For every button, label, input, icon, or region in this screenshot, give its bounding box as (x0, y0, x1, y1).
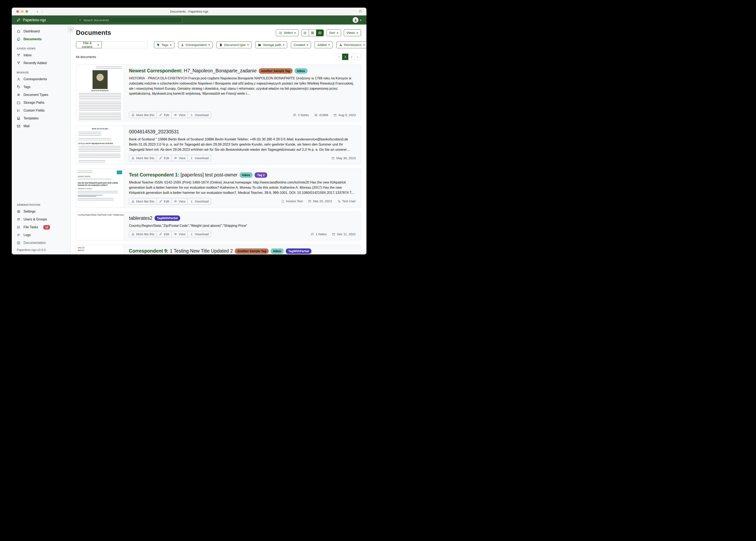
filter-text-input[interactable] (102, 41, 148, 48)
edit-button[interactable]: Edit (157, 155, 172, 161)
filter-document-type-button[interactable]: Document type (216, 41, 252, 48)
tag-badge[interactable]: Tag 2 (255, 172, 267, 178)
global-search[interactable] (77, 17, 182, 23)
filter-field-button[interactable]: Title & content (76, 41, 102, 48)
app-navbar: Paperless-ngx (12, 15, 366, 25)
filter-tags-button[interactable]: Tags (154, 41, 174, 48)
app-brand[interactable]: Paperless-ngx (12, 18, 71, 22)
document-correspondent-link[interactable]: Test Correspondent 1: (129, 172, 179, 178)
document-title-link[interactable]: tablerates2 (129, 216, 152, 221)
more-like-this-button[interactable]: More like this (129, 231, 157, 237)
pagination-page-1[interactable]: 1 (342, 54, 348, 60)
tag-badge[interactable]: Inbox (271, 249, 284, 254)
tag-badge[interactable]: TagWithPartial (155, 216, 180, 221)
document-type[interactable]: Invoice Test (281, 199, 303, 203)
document-title-link[interactable]: H7_Napoleon_Bonaparte_zadanie (184, 68, 257, 73)
more-like-this-button[interactable]: More like this (129, 112, 157, 118)
download-button[interactable]: Download (188, 112, 211, 118)
document-correspondent-link[interactable]: Correspondent 9: (129, 248, 169, 254)
sidebar-item-custom-fields[interactable]: Custom Fields (12, 107, 71, 114)
document-title-link[interactable]: 1 Testing New Title Updated 2 (170, 248, 233, 254)
document-correspondent-link[interactable]: Newest Correspondent: (129, 68, 182, 73)
edit-button[interactable]: Edit (157, 198, 172, 205)
view-toggle-detail[interactable] (316, 30, 324, 36)
sidebar-item-settings[interactable]: Settings (12, 208, 71, 216)
view-toggle-grid[interactable] (309, 30, 316, 36)
edit-button[interactable]: Edit (157, 112, 172, 118)
sidebar-item-users-groups[interactable]: Users & Groups (12, 216, 71, 223)
sidebar-item-logs[interactable]: Logs (12, 231, 71, 239)
view-button[interactable]: View (171, 155, 188, 161)
document-title-link[interactable]: 0004814539_20230531 (129, 129, 179, 135)
users-icon (17, 218, 20, 221)
zoom-window-button[interactable] (25, 10, 28, 13)
sidebar-item-recently-added[interactable]: Recently Added (12, 59, 71, 67)
sidebar-item-document-types[interactable]: Document Types (12, 91, 71, 99)
sort-button[interactable]: Sort (326, 30, 341, 36)
download-button[interactable]: Download (188, 231, 211, 237)
download-icon (190, 157, 193, 160)
document-thumbnail[interactable]: one,1.0five,5.0 (76, 245, 124, 255)
tag-badge[interactable]: TagWithPartial (286, 249, 311, 254)
views-button[interactable]: Views (344, 30, 361, 36)
barcode-icon (314, 113, 318, 117)
search-input[interactable] (83, 18, 180, 22)
sidebar-item-documentation[interactable]: Documentation (12, 239, 71, 247)
filter-permissions-button[interactable]: Permissions (336, 41, 366, 48)
edit-button[interactable]: Edit (157, 231, 172, 237)
document-actions: More like this Edit View Download (129, 155, 211, 161)
sidebar-item-mail[interactable]: Mail (12, 122, 71, 130)
chevron-down-icon (170, 45, 172, 46)
download-button[interactable]: Download (188, 155, 211, 161)
tag-badge[interactable]: Inbox (295, 68, 308, 74)
notes-count[interactable]: 2 Notes (293, 113, 309, 117)
view-button[interactable]: View (171, 112, 188, 118)
person-lock-icon (339, 43, 342, 47)
document-thumbnail[interactable]: BANK OF SCOTLAND 2,0 % p. a. auf Ihr Tag… (76, 126, 124, 164)
question-circle-icon (17, 241, 20, 245)
pagination-next[interactable]: » (354, 54, 361, 60)
more-like-this-icon (131, 157, 135, 160)
sidebar-item-tags[interactable]: Tags (12, 83, 71, 91)
tag-badge[interactable]: Another Sample Tag (259, 68, 293, 74)
app-version: Paperless-ngx v2.0.0 (12, 247, 71, 255)
view-toggle-table[interactable] (301, 30, 309, 36)
close-window-button[interactable] (16, 10, 19, 13)
window-controls (16, 10, 28, 13)
pagination-page-2[interactable]: 2 (348, 54, 355, 60)
document-thumbnail[interactable]: Country,Region/State,"Zip/Postal Code","… (76, 212, 124, 241)
minimize-window-button[interactable] (21, 10, 24, 13)
view-button[interactable]: View (171, 231, 188, 237)
more-like-this-button[interactable]: More like this (129, 155, 157, 161)
filter-storage-path-button[interactable]: Storage path (255, 41, 287, 48)
sidebar-item-label: Storage Paths (24, 101, 44, 105)
download-button[interactable]: Download (188, 198, 211, 205)
pencil-icon (159, 233, 162, 236)
sidebar-item-inbox[interactable]: Inbox (12, 51, 71, 59)
notes-count[interactable]: 1 Notes (311, 233, 327, 236)
select-button[interactable]: Select (276, 30, 299, 36)
document-thumbnail[interactable]: Medical Teacher Has the new Kirkpatrick … (76, 169, 124, 207)
share-icon[interactable] (359, 9, 362, 14)
file-tasks-badge: 16 (43, 225, 50, 230)
sidebar-item-documents[interactable]: Documents (12, 35, 71, 43)
sidebar-item-correspondents[interactable]: Correspondents (12, 75, 71, 83)
back-icon[interactable]: ‹ (37, 9, 38, 14)
filter-correspondent-button[interactable]: Correspondent (178, 41, 213, 48)
sidebar-item-templates[interactable]: Templates (12, 114, 71, 122)
tag-badge[interactable]: Inbox (240, 172, 253, 178)
view-button[interactable]: View (171, 198, 188, 205)
pagination-prev[interactable]: « (336, 54, 342, 60)
document-actions: More like this Edit View Download (129, 112, 211, 118)
sidebar-item-storage-paths[interactable]: Storage Paths (12, 99, 71, 107)
filter-added-button[interactable]: Added (315, 41, 333, 48)
document-title-link[interactable]: [paperless] test post-owner (181, 172, 237, 178)
sidebar-item-file-tasks[interactable]: File Tasks 16 (12, 223, 71, 231)
document-thumbnail[interactable]: NAPOLEON BONAPARTE (76, 65, 124, 121)
sidebar-item-dashboard[interactable]: Dashboard (12, 27, 71, 35)
sidebar-collapse-button[interactable]: « (68, 27, 74, 32)
tag-badge[interactable]: Another Sample Tag (235, 249, 269, 254)
filter-created-button[interactable]: Created (291, 41, 311, 48)
more-like-this-button[interactable]: More like this (129, 198, 157, 205)
user-menu[interactable] (353, 17, 361, 23)
